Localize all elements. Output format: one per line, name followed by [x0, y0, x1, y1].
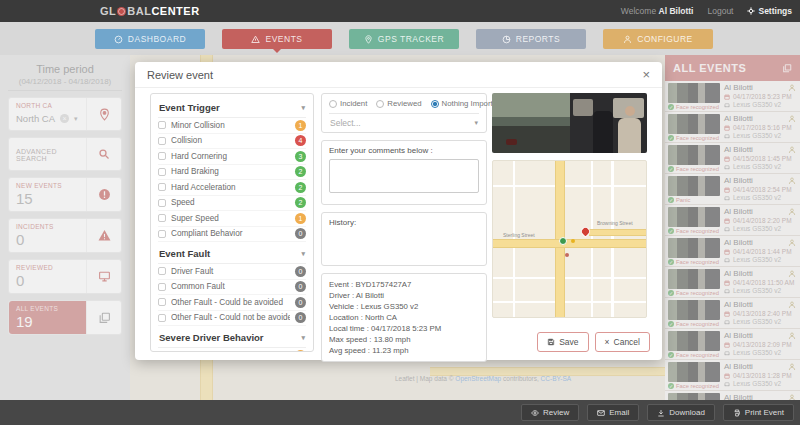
checklist-section-header[interactable]: Event Trigger▾ [158, 96, 306, 118]
status-panel: Incident Reviewed Nothing Important Sele… [321, 93, 487, 133]
nav-dashboard[interactable]: DASHBOARD [95, 29, 205, 49]
nav-gps-tracker[interactable]: GPS TRACKER [349, 29, 459, 49]
save-button[interactable]: Save [537, 332, 588, 352]
checklist-row[interactable]: Hard Braking 2 [158, 165, 306, 181]
checkbox[interactable] [158, 199, 166, 207]
envelope-icon [597, 409, 605, 417]
event-checklist: Event Trigger▾ Minor Collision 1 Collisi… [150, 93, 314, 352]
radio-reviewed[interactable]: Reviewed [376, 99, 421, 108]
count-badge: 1 [295, 120, 306, 131]
checklist-row[interactable]: Minor Collision 1 [158, 118, 306, 134]
nav-reports[interactable]: REPORTS [476, 29, 586, 49]
dashcam-image[interactable] [492, 93, 647, 153]
eye-icon [531, 409, 539, 417]
save-icon [547, 338, 555, 346]
checklist-row[interactable]: Common Fault 0 [158, 280, 306, 296]
checkbox[interactable] [158, 121, 166, 129]
nav-configure[interactable]: CONFIGURE [603, 29, 713, 49]
checklist-row[interactable]: Super Speed 1 [158, 211, 306, 227]
report-icon [502, 35, 511, 44]
checkbox[interactable] [158, 314, 166, 322]
checkbox[interactable] [158, 168, 166, 176]
detail-driver: Driver : Al Bilotti [329, 290, 479, 301]
detail-max-speed: Max speed : 13.80 mph [329, 334, 479, 345]
printer-icon [733, 409, 741, 417]
top-bar: GL BAL CENTER Welcome Al Bilotti Logout … [0, 0, 800, 22]
print-event-button[interactable]: Print Event [723, 404, 794, 421]
user-name: Al Bilotti [659, 6, 694, 16]
download-icon [657, 409, 665, 417]
count-badge: 0 [295, 281, 306, 292]
email-button[interactable]: Email [587, 404, 639, 421]
event-map[interactable]: Sterling Street Browning Street [492, 160, 647, 318]
chevron-down-icon: ▾ [301, 104, 305, 112]
logout-link[interactable]: Logout [707, 6, 733, 16]
detail-event-id: Event : BYD1757427A7 [329, 279, 479, 290]
download-button[interactable]: Download [647, 404, 715, 421]
checkbox[interactable] [158, 351, 166, 352]
action-footer: Review Email Download Print Event [0, 400, 800, 425]
radio-icon-selected[interactable] [431, 100, 439, 108]
checkbox[interactable] [158, 183, 166, 191]
checkbox[interactable] [158, 298, 166, 306]
radio-icon[interactable] [329, 100, 337, 108]
checkbox[interactable] [158, 152, 166, 160]
nav-bar: DASHBOARD EVENTS GPS TRACKER REPORTS CON… [0, 22, 800, 55]
chevron-down-icon: ▾ [474, 119, 478, 127]
logo-text-center: CENTER [151, 5, 199, 17]
checklist-row[interactable]: Speed 2 [158, 196, 306, 212]
checklist-row[interactable]: Other Fault - Could be avoided 0 [158, 295, 306, 311]
count-badge: 1 [295, 350, 306, 352]
checklist-section-header[interactable]: Severe Driver Behavior▾ [158, 326, 306, 348]
logo-text-bal: BAL [127, 5, 151, 17]
street-label: Sterling Street [503, 232, 535, 238]
count-badge: 2 [295, 197, 306, 208]
checkbox[interactable] [158, 267, 166, 275]
checklist-row[interactable]: Hard Acceleration 2 [158, 180, 306, 196]
detail-avg-speed: Avg speed : 11.23 mph [329, 345, 479, 356]
logo-text-gl: GL [100, 5, 116, 17]
checklist-row[interactable]: Driver Fault 0 [158, 264, 306, 280]
warning-triangle-icon [251, 35, 260, 44]
checkbox[interactable] [158, 230, 166, 238]
radio-incident[interactable]: Incident [329, 99, 367, 108]
checklist-section-header[interactable]: Event Fault▾ [158, 242, 306, 264]
comments-input[interactable] [329, 159, 479, 193]
checklist-row[interactable]: Other Fault - Could not be avoided 0 [158, 311, 306, 327]
checklist-row[interactable]: Hard Cornering 3 [158, 149, 306, 165]
street-label: Browning Street [597, 220, 633, 226]
history-label: History: [329, 218, 479, 227]
configure-person-icon [623, 35, 632, 44]
app-logo: GL BAL CENTER [100, 0, 200, 22]
review-button[interactable]: Review [521, 404, 579, 421]
globe-icon [117, 7, 126, 16]
history-panel: History: [321, 212, 487, 266]
review-event-modal: Review event × Event Trigger▾ Minor Coll… [135, 62, 662, 360]
nav-events[interactable]: EVENTS [222, 29, 332, 49]
count-badge: 4 [295, 135, 306, 146]
radio-icon[interactable] [376, 100, 384, 108]
map-road [493, 239, 646, 248]
category-select[interactable]: Select... ▾ [329, 113, 479, 132]
comments-panel: Enter your comments below : [321, 140, 487, 205]
detail-vehicle: Vehicle : Lexus GS350 v2 [329, 301, 479, 312]
count-badge: 1 [295, 213, 306, 224]
close-icon[interactable]: × [642, 68, 650, 81]
gear-icon [747, 7, 755, 15]
detail-location: Location : North CA [329, 312, 479, 323]
modal-title: Review event [147, 69, 213, 81]
count-badge: 0 [295, 297, 306, 308]
settings-button[interactable]: Settings [747, 6, 792, 16]
chevron-down-icon: ▾ [301, 250, 305, 258]
event-details-panel: Event : BYD1757427A7 Driver : Al Bilotti… [321, 273, 487, 362]
checkbox[interactable] [158, 283, 166, 291]
checklist-row[interactable]: Driver Unbelted 1 [158, 348, 306, 352]
checklist-row[interactable]: Compliant Behavior 0 [158, 227, 306, 243]
checkbox[interactable] [158, 214, 166, 222]
checklist-row[interactable]: Collision 4 [158, 134, 306, 150]
cancel-button[interactable]: × Cancel [595, 332, 650, 352]
count-badge: 2 [295, 166, 306, 177]
checkbox[interactable] [158, 137, 166, 145]
welcome-text: Welcome Al Bilotti [621, 6, 694, 16]
count-badge: 0 [295, 266, 306, 277]
